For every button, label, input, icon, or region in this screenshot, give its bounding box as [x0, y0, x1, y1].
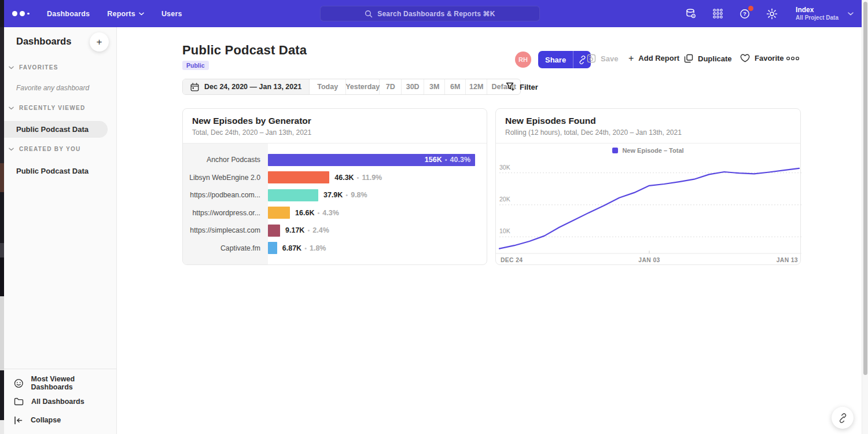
- duplicate-button[interactable]: Duplicate: [684, 54, 732, 63]
- preset-30d[interactable]: 30D: [402, 79, 424, 94]
- sidebar: Dashboards + FAVORITES Favorite any dash…: [4, 27, 117, 434]
- x-axis-tick-label: JAN 13: [777, 257, 798, 263]
- preset-today[interactable]: Today: [310, 79, 346, 94]
- save-button[interactable]: Save: [587, 54, 618, 63]
- card-new-episodes-by-generator: New Episodes by Generator Total, Dec 24t…: [182, 108, 487, 265]
- notification-badge: [748, 6, 753, 11]
- card-new-episodes-found: New Episodes Found Rolling (12 hours), t…: [495, 108, 801, 265]
- preset-label: 30D: [406, 83, 420, 91]
- preset-label: Today: [317, 83, 338, 91]
- bar[interactable]: 156K•40.3%: [268, 154, 475, 166]
- bar[interactable]: [268, 225, 280, 237]
- search-input[interactable]: Search Dashboards & Reports ⌘K: [320, 6, 540, 21]
- most-viewed-dashboards-button[interactable]: Most Viewed Dashboards: [4, 374, 116, 392]
- gear-icon: [766, 8, 778, 20]
- filter-button[interactable]: Filter: [506, 79, 538, 95]
- avatar[interactable]: RH: [515, 52, 531, 68]
- sidebar-section-created-by-you[interactable]: CREATED BY YOU: [9, 146, 81, 152]
- floating-link-button[interactable]: [832, 407, 854, 429]
- preset-7d[interactable]: 7D: [380, 79, 402, 94]
- preset-label: 6M: [450, 83, 460, 91]
- legend-label: New Episode – Total: [622, 147, 683, 154]
- sidebar-item-public-podcast-data[interactable]: Public Podcast Data: [4, 121, 108, 138]
- card-subtitle: Total, Dec 24th, 2020 – Jan 13th, 2021: [192, 128, 477, 137]
- y-axis-tick-label: 10K: [499, 227, 510, 234]
- bar-value: 46.3K•11.9%: [334, 174, 382, 182]
- save-label: Save: [601, 54, 618, 63]
- bar[interactable]: [268, 207, 290, 219]
- page-scrollbar[interactable]: [862, 0, 868, 434]
- preset-yesterday[interactable]: Yesterday: [346, 79, 380, 94]
- topbar-right-cluster: ? Index All Project Data: [685, 0, 854, 27]
- nav-dashboards-label: Dashboards: [47, 10, 90, 18]
- desktop-edge: [0, 0, 4, 434]
- filter-funnel-icon: [506, 82, 515, 91]
- sidebar-item-public-podcast-data-created[interactable]: Public Podcast Data: [4, 163, 108, 179]
- bar[interactable]: [268, 171, 329, 183]
- bar[interactable]: [268, 189, 318, 201]
- svg-text:?: ?: [743, 10, 746, 17]
- logo-dot: [20, 11, 25, 16]
- card-title: New Episodes Found: [505, 116, 791, 126]
- add-report-button[interactable]: + Add Report: [628, 54, 679, 62]
- bar-area: 16.6K•4.3%: [268, 207, 483, 219]
- nav-reports[interactable]: Reports: [107, 10, 144, 18]
- nav-reports-label: Reports: [107, 10, 135, 18]
- preset-6m[interactable]: 6M: [445, 79, 466, 94]
- data-sources-button[interactable]: [685, 8, 697, 20]
- nav-dashboards[interactable]: Dashboards: [47, 10, 90, 18]
- app-logo[interactable]: [12, 11, 32, 16]
- bar-area: 6.87K•1.8%: [268, 242, 483, 254]
- calendar-icon: [190, 83, 199, 91]
- database-icon: [685, 8, 697, 20]
- search-icon: [365, 10, 373, 18]
- preset-12m[interactable]: 12M: [466, 79, 487, 94]
- bar-area: 9.17K•2.4%: [268, 225, 483, 237]
- search-placeholder: Search Dashboards & Reports ⌘K: [377, 10, 495, 18]
- more-actions-button[interactable]: [786, 56, 800, 61]
- project-name: Index: [796, 6, 838, 14]
- share-button[interactable]: Share: [538, 51, 573, 68]
- bar-category-label: Libsyn WebEngine 2.0: [183, 174, 268, 182]
- nav-users[interactable]: Users: [161, 10, 182, 18]
- settings-button[interactable]: [766, 8, 778, 20]
- bar-chart: Anchor Podcasts156K•40.3%Libsyn WebEngin…: [183, 151, 483, 257]
- project-selector[interactable]: Index All Project Data: [796, 6, 854, 21]
- sidebar-section-favorites[interactable]: FAVORITES: [9, 64, 58, 71]
- logo-dot: [27, 13, 30, 15]
- share-label: Share: [545, 56, 566, 64]
- plus-icon: +: [628, 54, 634, 62]
- link-icon: [578, 55, 587, 64]
- section-label: RECENTLY VIEWED: [19, 105, 86, 111]
- bar[interactable]: [268, 242, 277, 254]
- favorite-button[interactable]: Favorite: [740, 54, 784, 62]
- sidebar-item-label: Public Podcast Data: [16, 167, 89, 175]
- y-axis-tick-label: 30K: [499, 164, 510, 171]
- project-scope: All Project Data: [796, 14, 838, 21]
- date-range-picker[interactable]: Dec 24, 2020 — Jan 13, 2021: [183, 79, 310, 94]
- x-axis-tick-label: JAN 03: [638, 257, 660, 263]
- section-label: FAVORITES: [19, 64, 58, 71]
- sidebar-title: Dashboards: [16, 36, 71, 47]
- bar-area: 37.9K•9.8%: [268, 189, 483, 201]
- collapse-icon: [14, 416, 23, 425]
- footer-item-label: Most Viewed Dashboards: [31, 375, 116, 391]
- more-dots-icon: [786, 56, 800, 61]
- bar-row: Libsyn WebEngine 2.046.3K•11.9%: [183, 169, 483, 187]
- bar-category-label: https://wordpress.or...: [183, 209, 268, 217]
- preset-3m[interactable]: 3M: [424, 79, 445, 94]
- bar-category-label: https://simplecast.com: [183, 226, 268, 234]
- y-axis-tick-label: 20K: [499, 196, 510, 203]
- collapse-sidebar-button[interactable]: Collapse: [4, 411, 116, 429]
- help-button[interactable]: ?: [739, 8, 751, 20]
- footer-item-label: All Dashboards: [31, 398, 84, 406]
- bar-row: https://simplecast.com9.17K•2.4%: [183, 222, 483, 240]
- scrollbar-thumb[interactable]: [863, 2, 867, 375]
- all-dashboards-button[interactable]: All Dashboards: [4, 392, 116, 411]
- apps-grid-button[interactable]: [712, 8, 723, 19]
- add-dashboard-button[interactable]: +: [90, 32, 109, 52]
- filter-label: Filter: [520, 83, 538, 91]
- sidebar-section-recently-viewed[interactable]: RECENTLY VIEWED: [9, 105, 86, 111]
- top-nav: Dashboards Reports Users: [47, 10, 182, 18]
- bar-value: 37.9K•9.8%: [323, 191, 367, 199]
